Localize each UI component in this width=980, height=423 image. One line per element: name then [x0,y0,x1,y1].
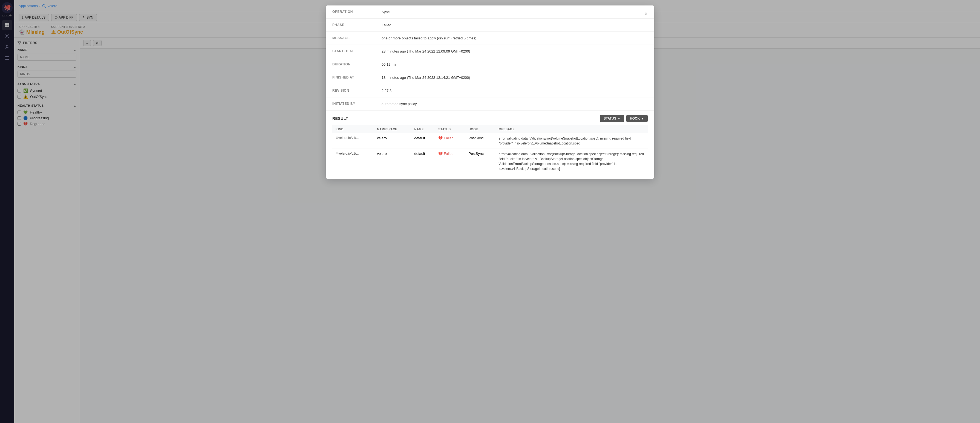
phase-label: PHASE [326,19,375,32]
operation-value: Sync [375,5,654,19]
resource-icon-0: ⬇ [336,136,338,140]
duration-row: DURATION 05:12 min [326,58,654,71]
resource-icon-1: ⬇ [336,151,338,156]
revision-value: 2.27.3 [375,84,654,97]
message-label: MESSAGE [326,32,375,45]
finished-at-row: FINISHED AT 18 minutes ago (Thu Mar 24 2… [326,71,654,84]
row-kind-1: ⬇velero.io/v1/... [332,149,374,174]
message-row: MESSAGE one or more objects failed to ap… [326,32,654,45]
sync-details-modal: × OPERATION Sync PHASE Failed MESSAGE on… [326,5,654,179]
duration-value: 05:12 min [375,58,654,71]
result-filters: STATUS ▼ HOOK ▼ [600,115,648,122]
revision-label: REVISION [326,84,375,97]
results-table-header-row: KIND NAMESPACE NAME STATUS HOOK MESSAGE [332,125,648,133]
failed-heart-icon-1: 💔 [438,151,443,156]
hook-filter-button[interactable]: HOOK ▼ [626,115,648,122]
initiated-by-value: automated sync policy [375,97,654,111]
detail-table: OPERATION Sync PHASE Failed MESSAGE one … [326,5,654,111]
result-section: RESULT STATUS ▼ HOOK ▼ KIND NAM [326,111,654,179]
row-hook-1: PostSync [465,149,495,174]
col-message: MESSAGE [495,125,648,133]
result-header: RESULT STATUS ▼ HOOK ▼ [332,115,648,122]
row-namespace-1: velero [374,149,411,174]
row-message-0: error validating data: ValidationError(V… [495,133,648,149]
results-table: KIND NAMESPACE NAME STATUS HOOK MESSAGE … [332,125,648,174]
initiated-by-row: INITIATED BY automated sync policy [326,97,654,111]
filter-dropdown-icon-hook: ▼ [641,116,644,120]
status-filter-button[interactable]: STATUS ▼ [600,115,624,122]
operation-label: OPERATION [326,5,375,19]
col-hook: HOOK [465,125,495,133]
started-at-value: 23 minutes ago (Thu Mar 24 2022 12:09:09… [375,45,654,58]
started-at-row: STARTED AT 23 minutes ago (Thu Mar 24 20… [326,45,654,58]
row-message-1: error validating data: [ValidationError(… [495,149,648,174]
revision-row: REVISION 2.27.3 [326,84,654,97]
operation-row: OPERATION Sync [326,5,654,19]
col-namespace: NAMESPACE [374,125,411,133]
table-row: ⬇velero.io/v1/... velero default 💔 Faile… [332,133,648,149]
result-title: RESULT [332,116,348,121]
col-name: NAME [411,125,435,133]
row-kind-0: ⬇velero.io/v1/... [332,133,374,149]
finished-at-label: FINISHED AT [326,71,375,84]
initiated-by-label: INITIATED BY [326,97,375,111]
col-kind: KIND [332,125,374,133]
modal-overlay: × OPERATION Sync PHASE Failed MESSAGE on… [0,0,980,423]
row-status-1: 💔 Failed [435,149,465,174]
col-status: STATUS [435,125,465,133]
row-name-1: default [411,149,435,174]
duration-label: DURATION [326,58,375,71]
phase-value: Failed [375,19,654,32]
row-namespace-0: velero [374,133,411,149]
failed-heart-icon-0: 💔 [438,136,443,140]
row-hook-0: PostSync [465,133,495,149]
started-at-label: STARTED AT [326,45,375,58]
phase-row: PHASE Failed [326,19,654,32]
message-value: one or more objects failed to apply (dry… [375,32,654,45]
row-name-0: default [411,133,435,149]
table-row: ⬇velero.io/v1/... velero default 💔 Faile… [332,149,648,174]
filter-dropdown-icon: ▼ [617,116,620,120]
row-status-0: 💔 Failed [435,133,465,149]
modal-close-button[interactable]: × [642,10,650,17]
finished-at-value: 18 minutes ago (Thu Mar 24 2022 12:14:21… [375,71,654,84]
